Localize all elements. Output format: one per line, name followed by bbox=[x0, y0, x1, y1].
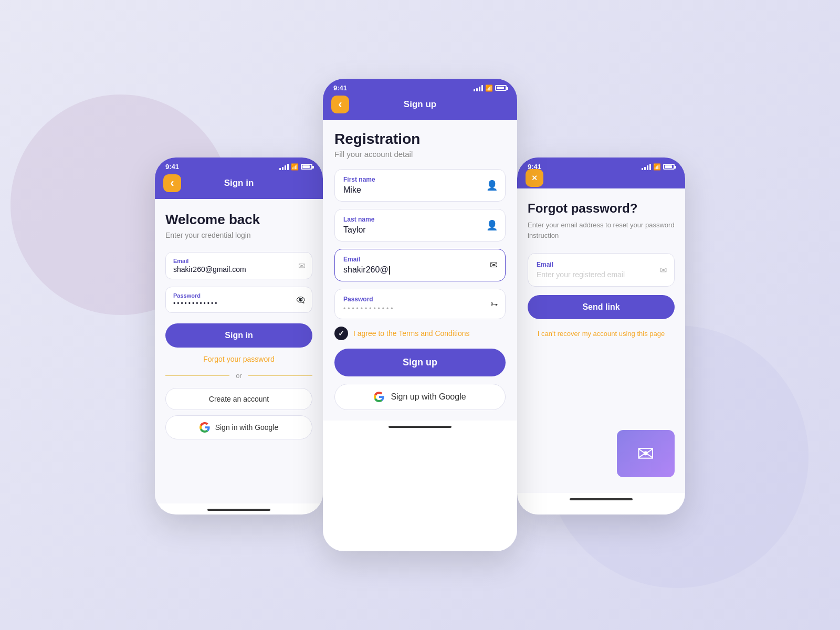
home-indicator-left bbox=[207, 509, 270, 511]
email-value-left: shakir260@gmail.com bbox=[173, 265, 289, 274]
person-icon-first: 👤 bbox=[486, 180, 498, 191]
phone-signin: 9:41 📶 Sign in Welcome back Enter your c… bbox=[155, 158, 323, 514]
eye-icon-left: 👁‍🗨 bbox=[296, 296, 305, 304]
cursor-blink bbox=[389, 266, 390, 275]
back-button-center[interactable] bbox=[331, 96, 349, 113]
header-right bbox=[517, 174, 685, 188]
forgot-title: Forgot password? bbox=[528, 201, 675, 216]
password-value-left: •••••••••••• bbox=[173, 300, 289, 307]
welcome-sub: Enter your credential login bbox=[165, 231, 312, 239]
reg-title: Registration bbox=[334, 131, 506, 148]
create-account-button[interactable]: Create an account bbox=[165, 388, 312, 410]
password-input-group: Password •••••••••••• 👁‍🗨 bbox=[165, 287, 312, 313]
time-left: 9:41 bbox=[165, 163, 179, 171]
password-label-left: Password bbox=[173, 292, 289, 299]
envelope-icon: ✉ bbox=[637, 442, 655, 466]
last-name-value: Taylor bbox=[343, 225, 482, 235]
welcome-title: Welcome back bbox=[165, 212, 312, 228]
email-icon-center: ✉ bbox=[490, 259, 498, 271]
wifi-icon-left: 📶 bbox=[291, 163, 299, 171]
terms-row[interactable]: I agree to the Terms and Conditions bbox=[334, 327, 506, 340]
send-link-button[interactable]: Send link bbox=[528, 295, 675, 319]
google-signin-button[interactable]: Sign in with Google bbox=[165, 415, 312, 439]
terms-text: I agree to the Terms and Conditions bbox=[353, 329, 470, 338]
battery-icon-center bbox=[495, 85, 507, 91]
signal-icon-left bbox=[279, 164, 289, 170]
google-icon-left bbox=[200, 422, 210, 433]
reg-sub: Fill your account detail bbox=[334, 150, 506, 159]
first-name-value: Mike bbox=[343, 185, 482, 195]
phone-signup: 9:41 📶 Sign up Registration Fill your ac… bbox=[323, 79, 517, 551]
home-indicator-right bbox=[570, 498, 633, 500]
wifi-icon-center: 📶 bbox=[485, 85, 493, 92]
email-label-right: Email bbox=[537, 261, 651, 268]
envelope-outer: ✉ bbox=[617, 430, 675, 477]
password-label-center: Password bbox=[343, 296, 482, 303]
signin-header-title: Sign in bbox=[224, 178, 254, 188]
last-name-label: Last name bbox=[343, 216, 482, 223]
close-button-right[interactable] bbox=[526, 169, 543, 187]
or-divider-left: or bbox=[165, 372, 312, 380]
forgot-sub: Enter your email address to reset your p… bbox=[528, 220, 675, 240]
email-field-center[interactable]: Email shakir260@ ✉ bbox=[334, 249, 506, 281]
signup-content: Registration Fill your account detail Fi… bbox=[323, 120, 517, 421]
signin-content: Welcome back Enter your credential login… bbox=[155, 199, 323, 503]
phones-container: 9:41 📶 Sign in Welcome back Enter your c… bbox=[155, 79, 685, 551]
time-center: 9:41 bbox=[333, 84, 347, 92]
first-name-field[interactable]: First name Mike 👤 bbox=[334, 169, 506, 202]
header-left: Sign in bbox=[155, 174, 323, 199]
signal-icon-right bbox=[642, 164, 651, 170]
email-field-right[interactable]: Email Enter your registered email ✉ bbox=[528, 253, 675, 287]
recover-link[interactable]: I can't recover my account using this pa… bbox=[528, 330, 675, 338]
key-icon: 🗝 bbox=[490, 300, 498, 308]
email-icon-left: ✉ bbox=[298, 261, 305, 271]
chevron-left-icon bbox=[170, 177, 174, 189]
google-signup-button[interactable]: Sign up with Google bbox=[334, 384, 506, 410]
battery-icon-left bbox=[301, 164, 312, 170]
signup-button[interactable]: Sign up bbox=[334, 349, 506, 376]
last-name-field[interactable]: Last name Taylor 👤 bbox=[334, 209, 506, 242]
or-text-left: or bbox=[236, 372, 242, 380]
or-line-left bbox=[165, 375, 229, 376]
email-value-center: shakir260@ bbox=[343, 265, 482, 275]
email-input-group: Email shakir260@gmail.com ✉ bbox=[165, 252, 312, 279]
check-icon bbox=[334, 327, 348, 340]
header-center: Sign up bbox=[323, 95, 517, 120]
signal-icon-center bbox=[474, 85, 483, 91]
status-icons-left: 📶 bbox=[279, 163, 312, 171]
status-icons-center: 📶 bbox=[474, 85, 507, 92]
first-name-label: First name bbox=[343, 176, 482, 183]
email-label-center: Email bbox=[343, 256, 482, 263]
signup-header-title: Sign up bbox=[404, 99, 436, 110]
back-button-left[interactable] bbox=[163, 174, 181, 192]
email-field-left[interactable]: Email shakir260@gmail.com bbox=[165, 252, 312, 279]
password-field-center[interactable]: Password •••••••••••• 🗝 bbox=[334, 289, 506, 319]
phone-forgot: 9:41 📶 Forgot password? Enter your email… bbox=[517, 158, 685, 514]
email-envelope-illustration: ✉ bbox=[617, 430, 675, 477]
status-bar-center: 9:41 📶 bbox=[323, 79, 517, 95]
email-icon-right: ✉ bbox=[660, 265, 667, 275]
forgot-content: Forgot password? Enter your email addres… bbox=[517, 188, 685, 493]
google-signup-label: Sign up with Google bbox=[391, 392, 466, 402]
wifi-icon-right: 📶 bbox=[653, 163, 661, 171]
forgot-password-link[interactable]: Forgot your password bbox=[165, 355, 312, 363]
home-indicator-center bbox=[388, 426, 452, 428]
password-value-center: •••••••••••• bbox=[343, 305, 482, 312]
google-icon-center bbox=[374, 392, 384, 402]
or-line-right bbox=[248, 375, 312, 376]
status-icons-right: 📶 bbox=[642, 163, 675, 171]
close-icon-right bbox=[531, 173, 538, 183]
password-field-left[interactable]: Password •••••••••••• bbox=[165, 287, 312, 313]
status-bar-left: 9:41 📶 bbox=[155, 158, 323, 174]
google-signin-label: Sign in with Google bbox=[215, 423, 279, 432]
battery-icon-right bbox=[663, 164, 675, 170]
email-label-left: Email bbox=[173, 258, 289, 264]
person-icon-last: 👤 bbox=[486, 219, 498, 231]
chevron-left-icon-center bbox=[338, 99, 342, 110]
email-placeholder-right: Enter your registered email bbox=[537, 270, 651, 279]
signin-button[interactable]: Sign in bbox=[165, 323, 312, 348]
